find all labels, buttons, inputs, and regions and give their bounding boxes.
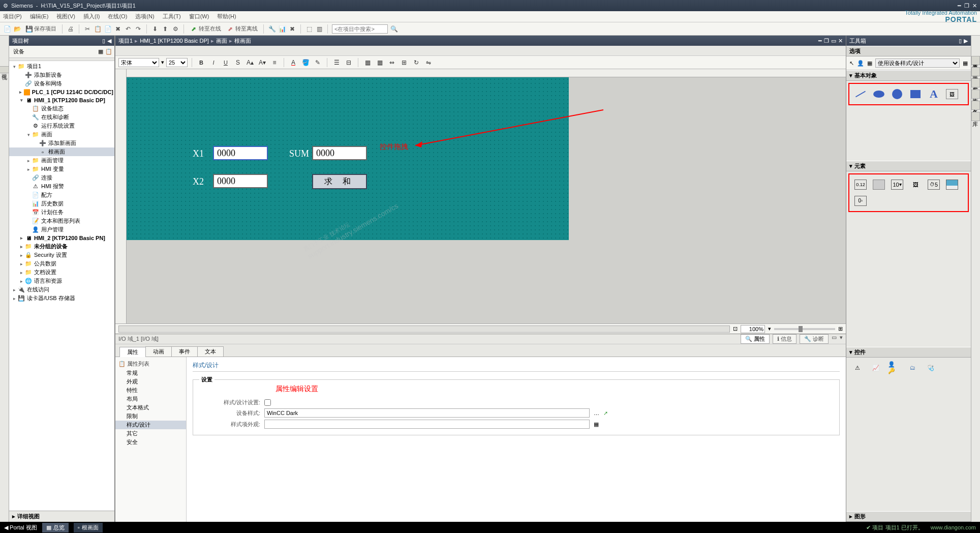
tool-icon-1[interactable]: 🔧 [268, 25, 276, 33]
prop-nav-item[interactable]: 安全 [115, 438, 186, 447]
device-tab[interactable]: 设备 [11, 47, 26, 56]
shape-image[interactable]: 🖼 [946, 89, 958, 99]
tab-diag-hdr[interactable]: 🔧诊断 [800, 334, 829, 344]
fontsize-select[interactable]: 25 [166, 58, 188, 67]
shape-line[interactable] [854, 89, 867, 99]
save-project-button[interactable]: 💾保存项目 [23, 24, 58, 34]
layer-icon-2[interactable]: ▦ [375, 58, 385, 67]
tree-item[interactable]: 📊历史数据 [9, 199, 114, 208]
download-icon[interactable]: ⬇ [151, 25, 159, 33]
italic-button[interactable]: I [208, 58, 219, 67]
tbx-pin-icon[interactable]: ▶ [964, 38, 968, 44]
shape-rectangle[interactable] [909, 89, 922, 99]
tree-item[interactable]: ▫根画面 [9, 147, 114, 156]
prop-nav-item[interactable]: 布局 [115, 395, 186, 403]
tree-item[interactable]: ▸🔌在线访问 [9, 285, 114, 294]
tbx-icon-3[interactable]: ▦ [867, 60, 872, 67]
root-screen-tab[interactable]: ▫ 根画面 [74, 523, 103, 532]
pane-pin-icon[interactable]: ◀ [107, 38, 111, 44]
tree-item[interactable]: 📝文本和图形列表 [9, 217, 114, 225]
ctrl-alarm[interactable]: ⚠ [851, 363, 864, 373]
tree-item[interactable]: ▸📁未分组的设备 [9, 242, 114, 251]
tree-item[interactable]: ⚠HMI 报警 [9, 182, 114, 191]
font-select[interactable]: 宋体 [118, 58, 159, 67]
breadcrumb-part[interactable]: HMI_1 [KTP1200 Basic DP] [140, 38, 209, 44]
vtab-anim[interactable]: 动画 [971, 67, 980, 76]
tab-info-hdr[interactable]: ℹ信息 [773, 334, 797, 344]
zoom-dd-icon[interactable]: ▾ [768, 325, 771, 332]
bold-button[interactable]: B [196, 58, 206, 67]
vtab-toolbox[interactable]: 工具箱 [971, 56, 980, 65]
menu-item[interactable]: 视图(V) [56, 13, 75, 20]
vtab-lib[interactable]: 库 [971, 112, 980, 121]
prop-tab[interactable]: 文本 [197, 346, 224, 357]
browse-icon[interactable]: … [594, 410, 599, 416]
elem-symio[interactable]: 10▾ [891, 180, 903, 190]
tree-item[interactable]: ➕添加新画面 [9, 139, 114, 147]
menu-item[interactable]: 选项(N) [135, 13, 154, 20]
tree-item[interactable]: ▸🔒Security 设置 [9, 251, 114, 259]
prop-tab[interactable]: 事件 [171, 346, 198, 357]
tool-icon-2[interactable]: 📊 [278, 25, 286, 33]
tree-item[interactable]: ▸📁公共数据 [9, 259, 114, 268]
editor-restore-icon[interactable]: ❐ [824, 38, 829, 44]
open-project-icon[interactable]: 📂 [13, 25, 21, 33]
prop-nav-item[interactable]: 限制 [115, 412, 186, 421]
go-offline-button[interactable]: ⬈转至离线 [225, 24, 259, 34]
overview-tab[interactable]: ▦ 总览 [42, 523, 69, 532]
ctrl-recipe[interactable]: 🗂 [906, 363, 918, 373]
redo-icon[interactable]: ↷ [134, 25, 142, 33]
search-icon[interactable]: 🔍 [390, 25, 398, 33]
print-icon[interactable]: 🖨 [67, 25, 75, 33]
copy-icon[interactable]: 📋 [94, 25, 102, 33]
section-graphics[interactable]: 图形 [854, 513, 866, 520]
fillcolor-icon[interactable]: 🪣 [300, 58, 311, 67]
prop-nav-item[interactable]: 其它 [115, 429, 186, 438]
checkbox-style-setting[interactable] [264, 399, 271, 406]
fontcolor-icon[interactable]: A [288, 58, 298, 67]
new-project-icon[interactable]: 📄 [3, 25, 11, 33]
prop-expand-icon[interactable]: ▾ [840, 334, 843, 344]
minimize-icon[interactable]: ━ [958, 3, 961, 9]
field-x2[interactable]: 0000 [213, 174, 268, 188]
tab-properties-hdr[interactable]: 🔍属性 [741, 334, 770, 344]
goto-icon[interactable]: ➚ [603, 410, 608, 417]
valign-icon[interactable]: ⊟ [344, 58, 354, 67]
compile-icon[interactable]: ⚙ [171, 25, 179, 33]
tree-item[interactable]: ▸🌐语言和资源 [9, 277, 114, 285]
label-sum[interactable]: SUM [289, 149, 309, 159]
menu-item[interactable]: 编辑(E) [30, 13, 49, 20]
paste-icon[interactable]: 📄 [104, 25, 112, 33]
label-x1[interactable]: X1 [193, 149, 204, 159]
tree-item[interactable]: ▸📁画面管理 [9, 156, 114, 165]
vtab-instr[interactable]: 指令 [971, 90, 980, 99]
tool-icon-3[interactable]: ✖ [288, 25, 296, 33]
label-x2[interactable]: X2 [193, 176, 204, 187]
ctrl-trend[interactable]: 📈 [870, 363, 882, 373]
group-icon[interactable]: ⊞ [399, 58, 409, 67]
breadcrumb-part[interactable]: 根画面 [234, 38, 251, 44]
tree-item[interactable]: ▾📁项目1 [9, 62, 114, 71]
tree-item[interactable]: ▸🟧PLC_1 [CPU 1214C DC/DC/DC] [9, 88, 114, 96]
tree-item[interactable]: 🔗连接 [9, 173, 114, 182]
layer-icon-1[interactable]: ▦ [362, 58, 373, 67]
rotate-icon[interactable]: ↻ [411, 58, 421, 67]
editor-max-icon[interactable]: ▭ [831, 38, 836, 44]
ctrl-sys[interactable]: 🩺 [925, 363, 937, 373]
tree-item[interactable]: 👤用户管理 [9, 225, 114, 234]
elem-button[interactable] [873, 180, 885, 190]
detail-view-header[interactable]: ▸详细视图 [9, 511, 114, 522]
field-sum[interactable]: 0000 [312, 146, 367, 160]
distribute-icon[interactable]: ⇔ [387, 58, 397, 67]
shape-text[interactable]: A [928, 89, 940, 99]
tbx-icon-4[interactable]: ▦ [963, 60, 968, 67]
zoom-input[interactable] [741, 325, 765, 333]
align-left-icon[interactable]: ≡ [269, 58, 280, 67]
editor-close-icon[interactable]: ✕ [838, 38, 843, 44]
shape-ellipse[interactable] [873, 89, 885, 99]
tree-item[interactable]: ➕添加新设备 [9, 71, 114, 79]
elem-graphio[interactable]: 🖼 [909, 180, 922, 190]
prop-nav-item[interactable]: 常规 [115, 369, 186, 377]
left-dock-tab[interactable]: 可视化 [0, 66, 9, 73]
pane-collapse-icon[interactable]: ▯ [102, 38, 105, 44]
